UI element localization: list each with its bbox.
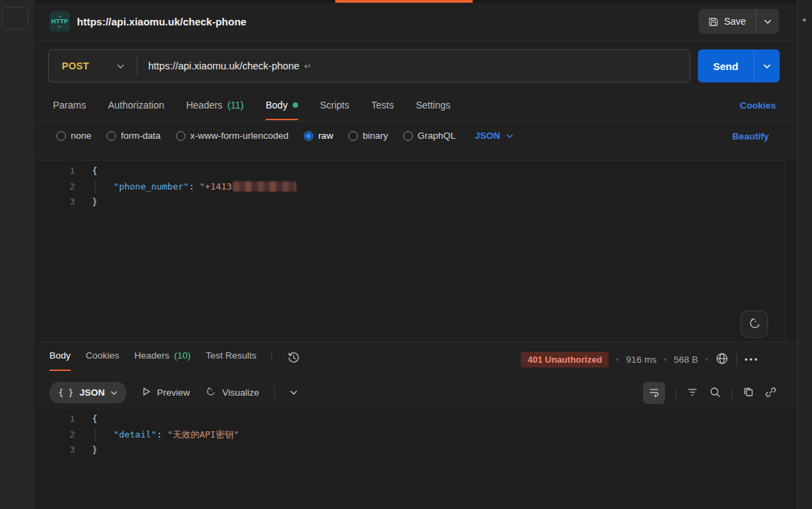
mode-form-data[interactable]: form-data bbox=[106, 131, 161, 141]
code-line[interactable]: 3 } bbox=[36, 442, 797, 458]
code-line[interactable]: 2 "phone_number": "+1413 bbox=[36, 179, 797, 195]
response-editor-actions bbox=[643, 382, 777, 404]
response-tab-headers[interactable]: Headers(10) bbox=[135, 350, 191, 371]
response-size[interactable]: 568 B bbox=[674, 354, 698, 365]
line-number: 2 bbox=[36, 179, 75, 195]
status-vertical-divider bbox=[736, 354, 737, 365]
right-sidebar-rail[interactable] bbox=[797, 0, 812, 509]
tab-label: Cookies bbox=[86, 350, 120, 361]
tab-scripts[interactable]: Scripts bbox=[320, 100, 350, 120]
request-body-editor[interactable]: 1 { 2 "phone_number": "+1413 3 } bbox=[36, 160, 797, 341]
wrap-text-button[interactable] bbox=[643, 382, 665, 404]
mode-label: none bbox=[71, 131, 91, 141]
search-icon bbox=[709, 386, 721, 400]
code-token: { bbox=[92, 411, 98, 427]
chevron-down-icon bbox=[506, 134, 513, 138]
response-time[interactable]: 916 ms bbox=[626, 354, 656, 365]
status-badge[interactable]: 401 Unauthorized bbox=[521, 352, 609, 367]
code-line[interactable]: 1 { bbox=[36, 163, 797, 179]
code-token: { bbox=[92, 163, 98, 179]
preview-icon bbox=[142, 387, 151, 398]
more-options-icon[interactable]: ••• bbox=[745, 355, 760, 365]
mode-x-www-form-urlencoded[interactable]: x-www-form-urlencoded bbox=[176, 131, 289, 141]
json-key: "detail" bbox=[113, 427, 157, 443]
copy-button[interactable] bbox=[743, 386, 754, 400]
line-number: 3 bbox=[36, 194, 75, 210]
tab-body[interactable]: Body bbox=[266, 100, 298, 120]
postbot-button[interactable] bbox=[741, 310, 768, 338]
radio-icon bbox=[403, 131, 413, 141]
cookies-link[interactable]: Cookies bbox=[740, 100, 776, 111]
search-button[interactable] bbox=[709, 386, 721, 400]
method-selector[interactable]: POST bbox=[49, 60, 137, 71]
radio-icon bbox=[106, 131, 116, 141]
response-divider bbox=[36, 341, 797, 342]
http-method-icon: ⇀ HTTP ↽ bbox=[49, 11, 70, 32]
enter-key-hint: ↵ bbox=[304, 61, 312, 71]
mode-binary[interactable]: binary bbox=[348, 131, 388, 141]
visualize-button[interactable]: Visualize bbox=[205, 386, 259, 400]
headers-count: (11) bbox=[227, 100, 244, 111]
body-mode-selector: none form-data x-www-form-urlencoded raw… bbox=[56, 131, 513, 141]
filter-button[interactable] bbox=[686, 386, 699, 400]
separator-dot bbox=[616, 359, 618, 361]
send-options-button[interactable] bbox=[754, 49, 780, 82]
tab-tests[interactable]: Tests bbox=[371, 100, 394, 120]
chevron-down-icon bbox=[290, 390, 297, 395]
editor-scrollbar-track[interactable] bbox=[785, 163, 785, 340]
mode-none[interactable]: none bbox=[56, 131, 91, 141]
tab-label: Scripts bbox=[320, 100, 350, 111]
tab-label: Headers bbox=[135, 350, 170, 361]
mode-raw[interactable]: raw bbox=[304, 131, 333, 141]
chevron-down-icon bbox=[111, 391, 117, 395]
tab-authorization[interactable]: Authorization bbox=[108, 100, 164, 120]
response-tab-test-results[interactable]: Test Results bbox=[206, 350, 257, 371]
format-collapse-chevron[interactable] bbox=[290, 390, 297, 395]
tab-params[interactable]: Params bbox=[53, 100, 86, 120]
response-tab-body[interactable]: Body bbox=[49, 350, 71, 371]
tab-settings[interactable]: Settings bbox=[416, 100, 451, 120]
icons-vertical-divider bbox=[732, 387, 732, 399]
url-input[interactable]: https://api.xiaomu.uk/check-phone↵ bbox=[137, 60, 312, 71]
tab-label: Test Results bbox=[206, 350, 257, 361]
response-tab-cookies[interactable]: Cookies bbox=[86, 350, 120, 371]
tab-label: Settings bbox=[416, 100, 451, 111]
code-line[interactable]: 3 } bbox=[36, 194, 797, 210]
icons-vertical-divider bbox=[675, 387, 676, 399]
tab-label: Headers bbox=[186, 100, 223, 111]
preview-label: Preview bbox=[157, 387, 190, 398]
wrap-text-icon bbox=[648, 386, 660, 400]
indent-guide bbox=[95, 180, 95, 194]
send-button[interactable]: Send bbox=[698, 49, 754, 82]
network-info-button[interactable] bbox=[715, 352, 729, 367]
json-key: "phone_number" bbox=[113, 179, 189, 195]
save-button[interactable]: Save bbox=[699, 9, 756, 34]
sidebar-collapsed-item[interactable] bbox=[2, 7, 28, 30]
save-options-button[interactable] bbox=[756, 9, 779, 34]
save-label: Save bbox=[724, 16, 746, 27]
save-icon bbox=[708, 16, 719, 27]
beautify-link[interactable]: Beautify bbox=[732, 131, 769, 142]
preview-button[interactable]: Preview bbox=[142, 387, 190, 398]
line-number: 1 bbox=[36, 411, 75, 427]
radio-icon bbox=[176, 131, 185, 141]
copy-icon bbox=[743, 386, 754, 400]
code-token: : bbox=[189, 179, 200, 195]
link-button[interactable] bbox=[765, 386, 777, 400]
raw-language-dropdown[interactable]: JSON bbox=[475, 131, 513, 141]
url-value: https://api.xiaomu.uk/check-phone bbox=[148, 60, 300, 71]
tabs-vertical-divider bbox=[271, 350, 272, 362]
mode-graphql[interactable]: GraphQL bbox=[403, 131, 456, 141]
request-url-bar: POST https://api.xiaomu.uk/check-phone↵ bbox=[48, 49, 690, 82]
send-split-button: Send bbox=[698, 49, 780, 82]
response-history-button[interactable] bbox=[287, 351, 300, 366]
code-line[interactable]: 2 "detail": "无效的API密钥" bbox=[36, 427, 797, 443]
code-line[interactable]: 1 { bbox=[36, 411, 797, 427]
tab-headers[interactable]: Headers(11) bbox=[186, 100, 244, 120]
left-sidebar-rail[interactable] bbox=[0, 0, 36, 509]
tabs-divider bbox=[36, 121, 797, 122]
response-body-editor[interactable]: 1 { 2 "detail": "无效的API密钥" 3 } bbox=[36, 409, 797, 509]
response-format-dropdown[interactable]: { } JSON bbox=[49, 382, 126, 403]
panel-collapse-arrow-icon[interactable]: ◂ bbox=[802, 15, 806, 24]
braces-icon: { } bbox=[58, 388, 74, 398]
